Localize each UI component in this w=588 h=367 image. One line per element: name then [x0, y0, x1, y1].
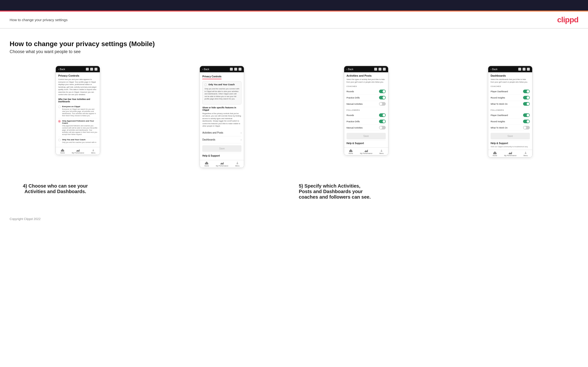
tab-menu-4[interactable]: Menu: [524, 151, 528, 156]
user-icon-2[interactable]: [234, 68, 237, 71]
tab-performance-2[interactable]: My Performance: [216, 162, 228, 167]
settings-icon-2[interactable]: [239, 68, 242, 71]
phone-nav-bar-2: ‹ Back: [200, 66, 244, 72]
chevron-activities: ›: [241, 131, 242, 134]
back-label-4: Back: [492, 68, 497, 71]
phone-nav-bar-3: ‹ Back: [344, 66, 388, 72]
search-icon-2[interactable]: [230, 68, 233, 71]
save-button-3[interactable]: Save: [346, 133, 386, 139]
phone-nav-bar-1: ‹ Back: [56, 66, 100, 72]
show-hide-title: Show or hide specific features in Clippd: [202, 106, 242, 111]
coaches-drills-toggle[interactable]: [379, 96, 386, 100]
tab-performance-3[interactable]: My Performance: [360, 149, 372, 154]
followers-what-work-toggle[interactable]: [523, 126, 530, 129]
back-chevron-4: ‹: [491, 68, 491, 71]
tab-home-4[interactable]: Home: [493, 151, 497, 156]
privacy-controls-body: Control how you and your data appears to…: [58, 78, 97, 96]
radio-coach-only[interactable]: Only You and Your Coach Only you and the…: [58, 137, 97, 145]
save-button-2[interactable]: Save: [202, 145, 242, 152]
back-button-2[interactable]: ‹ Back: [202, 68, 209, 71]
coaches-player-dash-toggle[interactable]: [523, 90, 530, 93]
tab-home-1[interactable]: Home: [60, 149, 65, 154]
tab-performance-4[interactable]: My Performance: [504, 151, 516, 156]
followers-manual-toggle[interactable]: [379, 126, 386, 129]
activities-posts-title: Activities and Posts: [346, 74, 386, 77]
back-button-4[interactable]: ‹ Back: [491, 68, 498, 71]
save-button-4[interactable]: Save: [491, 133, 530, 139]
coaches-round-insights-label: Round Insights: [491, 97, 505, 99]
caption-2: 5) Specify which Activities, Posts and D…: [299, 183, 371, 200]
coaches-player-dash-label: Player Dashboard: [491, 90, 508, 93]
coaches-manual-toggle[interactable]: [379, 102, 386, 106]
radio-desc-everyone: Everyone on Clippd can search for you an…: [62, 108, 97, 117]
radio-approved[interactable]: Only Approved Followers and Your Coach O…: [58, 118, 97, 137]
tab-performance-1[interactable]: My Performance: [72, 149, 84, 154]
dashboards-row[interactable]: Dashboards ›: [202, 136, 242, 143]
top-bar-gradient: [0, 11, 588, 11]
followers-player-dash-toggle[interactable]: [523, 113, 530, 117]
tab-menu-1[interactable]: Menu: [91, 149, 95, 154]
followers-round-insights-row: Round Insights: [491, 118, 530, 125]
coaches-what-work-toggle[interactable]: [523, 102, 530, 106]
phone-screen3: ‹ Back Activities and Posts Select the t…: [344, 66, 388, 155]
help-support-2: Help & Support: [202, 153, 242, 158]
phone-body-2: Privacy Controls Only You and Your Coach…: [200, 72, 244, 160]
followers-player-dash-label: Player Dashboard: [491, 114, 508, 117]
chart-icon-4: [509, 151, 512, 154]
back-button-3[interactable]: ‹ Back: [346, 68, 354, 71]
privacy-tab-2[interactable]: Privacy Controls: [202, 74, 221, 79]
nav-icons-2: [230, 68, 242, 71]
tab-menu-label-1: Menu: [91, 152, 95, 154]
screen1-col: ‹ Back Privacy Controls Control how you …: [10, 66, 146, 168]
followers-round-insights-label: Round Insights: [491, 120, 505, 123]
activities-posts-row[interactable]: Activities and Posts ›: [202, 129, 242, 136]
who-can-see-title: Who Can See Your Activities and Dashboar…: [58, 98, 97, 103]
coaches-drills-label: Practice Drills: [346, 97, 360, 99]
settings-icon-3[interactable]: [383, 68, 386, 71]
nav-icons-1: [86, 68, 97, 71]
followers-manual-label: Manual Activities: [346, 126, 363, 129]
main-content: How to change your privacy settings (Mob…: [0, 29, 588, 209]
tab-menu-3[interactable]: Menu: [380, 149, 384, 154]
privacy-controls-title: Privacy Controls: [58, 74, 97, 77]
tooltip-radio-circle: [204, 83, 207, 86]
phone-body-4: Dashboards Select the dashboards that yo…: [488, 72, 532, 150]
user-icon-1[interactable]: [90, 68, 93, 71]
screenshots-grid: ‹ Back Privacy Controls Control how you …: [10, 66, 578, 168]
caption-right: 5) Specify which Activities, Posts and D…: [294, 179, 579, 200]
coaches-player-dash-row: Player Dashboard: [491, 88, 530, 95]
followers-round-insights-toggle[interactable]: [523, 120, 530, 123]
radio-option-coach-text: Only You and Your Coach Only you and the…: [62, 139, 96, 143]
page-subtitle: Choose what you want people to see: [10, 49, 578, 54]
caption-left: 4) Choose who can see your Activities an…: [10, 179, 294, 200]
tab-menu-2[interactable]: Menu: [235, 162, 240, 167]
followers-rounds-toggle[interactable]: [379, 113, 386, 117]
header-section: How to change your privacy settings clip…: [0, 11, 588, 29]
user-icon-3[interactable]: [379, 68, 381, 71]
tab-home-3[interactable]: Home: [348, 149, 353, 154]
search-icon-4[interactable]: [518, 68, 521, 71]
followers-what-work-label: What To Work On: [491, 126, 508, 129]
tab-bar-3: Home My Performance Menu: [344, 148, 388, 155]
search-icon-1[interactable]: [86, 68, 89, 71]
home-icon-4: [493, 151, 497, 154]
coaches-rounds-toggle[interactable]: [379, 90, 386, 93]
followers-player-dash-row: Player Dashboard: [491, 112, 530, 118]
settings-icon-4[interactable]: [527, 68, 530, 71]
followers-drills-toggle[interactable]: [379, 120, 386, 123]
chart-icon-2: [220, 162, 224, 165]
top-bar: [0, 0, 588, 11]
back-button-1[interactable]: ‹ Back: [58, 68, 65, 71]
tab-perf-label-1: My Performance: [72, 152, 84, 154]
tab-home-2[interactable]: Home: [204, 162, 209, 167]
search-icon-3[interactable]: [374, 68, 377, 71]
dashboards-title: Dashboards: [491, 74, 530, 77]
coaches-rounds-label: Rounds: [346, 90, 354, 93]
coaches-round-insights-toggle[interactable]: [523, 96, 530, 100]
radio-option-approved-text: Only Approved Followers and Your Coach O…: [62, 120, 97, 135]
tab-menu-label-2: Menu: [235, 165, 240, 167]
back-chevron-2: ‹: [202, 68, 203, 71]
user-icon-4[interactable]: [523, 68, 526, 71]
radio-everyone[interactable]: Everyone on Clippd Everyone on Clippd ca…: [58, 104, 97, 118]
settings-icon-1[interactable]: [95, 68, 97, 71]
